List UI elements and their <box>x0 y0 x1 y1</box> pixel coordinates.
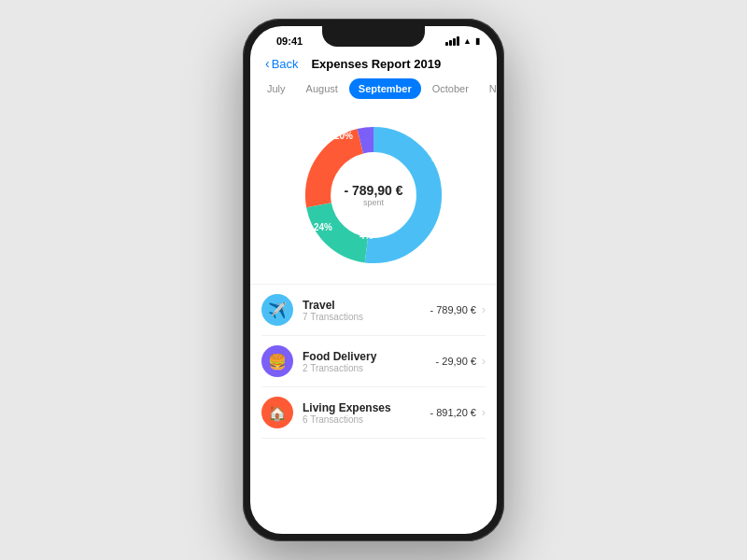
tab-august[interactable]: August <box>297 78 347 99</box>
food-delivery-info: Food Delivery 2 Transactions <box>303 350 436 373</box>
tab-november[interactable]: Nov <box>480 78 497 99</box>
tab-september[interactable]: September <box>349 78 421 99</box>
label-travel: 52% <box>431 153 450 163</box>
travel-amount: - 789,90 € <box>430 304 476 315</box>
tab-july[interactable]: July <box>258 78 295 99</box>
label-other: 4% <box>359 231 373 241</box>
living-amount: - 891,20 € <box>430 407 476 418</box>
living-name: Living Expenses <box>303 401 430 414</box>
living-subtitle: 6 Transactions <box>303 414 430 425</box>
food-delivery-amount: - 29,90 € <box>436 356 476 367</box>
food-delivery-name: Food Delivery <box>303 350 436 363</box>
food-delivery-chevron-icon: › <box>482 355 486 368</box>
living-expenses-icon: 🏠 <box>261 397 293 428</box>
donut-label: spent <box>344 198 402 207</box>
transaction-list: ✈️ Travel 7 Transactions - 789,90 € › 🍔 … <box>250 284 497 439</box>
battery-icon: ▮ <box>475 36 480 46</box>
header: ‹ Back Expenses Report 2019 <box>250 52 497 78</box>
transaction-item-travel[interactable]: ✈️ Travel 7 Transactions - 789,90 € › <box>261 285 486 336</box>
transaction-item-food-delivery[interactable]: 🍔 Food Delivery 2 Transactions - 29,90 €… <box>261 336 486 387</box>
phone-screen: 09:41 ▲ ▮ ‹ Back Expenses Report 2019 <box>250 26 497 534</box>
label-living: 24% <box>314 222 332 232</box>
signal-icon <box>445 36 459 46</box>
phone-notch <box>322 26 425 47</box>
food-delivery-icon: 🍔 <box>261 345 293 377</box>
chart-area: - 789,90 € spent 52% 20% 24% 4% <box>250 106 497 284</box>
tab-october[interactable]: October <box>423 78 478 99</box>
month-tabs: July August September October Nov <box>250 78 497 99</box>
status-icons: ▲ ▮ <box>445 36 480 46</box>
page-title: Expenses Report 2019 <box>271 57 482 71</box>
travel-icon: ✈️ <box>261 294 293 326</box>
travel-info: Travel 7 Transactions <box>303 299 430 322</box>
donut-amount: - 789,90 € <box>344 183 402 198</box>
status-time: 09:41 <box>276 35 303 47</box>
travel-name: Travel <box>303 299 430 312</box>
transaction-item-living[interactable]: 🏠 Living Expenses 6 Transactions - 891,2… <box>261 387 486 439</box>
label-food: 20% <box>334 131 353 141</box>
living-chevron-icon: › <box>482 406 486 419</box>
food-delivery-subtitle: 2 Transactions <box>303 363 436 373</box>
travel-chevron-icon: › <box>482 303 486 316</box>
living-info: Living Expenses 6 Transactions <box>303 401 430 425</box>
donut-chart: - 789,90 € spent <box>294 116 453 274</box>
travel-subtitle: 7 Transactions <box>303 312 430 322</box>
wifi-icon: ▲ <box>463 36 472 46</box>
donut-center: - 789,90 € spent <box>344 183 402 207</box>
phone-frame: 09:41 ▲ ▮ ‹ Back Expenses Report 2019 <box>243 19 504 541</box>
back-chevron-icon: ‹ <box>265 56 270 71</box>
